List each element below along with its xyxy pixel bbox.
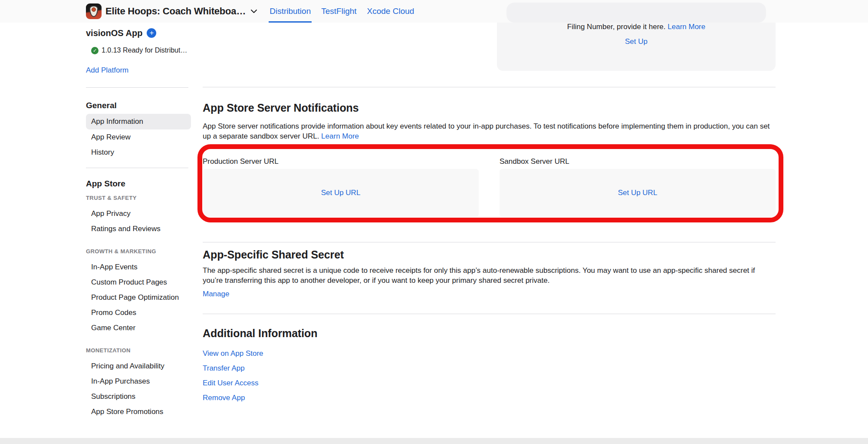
sidebar-item-in-app-purchases[interactable]: In-App Purchases xyxy=(86,374,191,389)
trust-safety-menu: App Privacy Ratings and Reviews xyxy=(86,206,191,236)
sidebar-divider xyxy=(86,87,188,88)
production-server-url-label: Production Server URL xyxy=(203,157,479,166)
primary-tabs: Distribution TestFlight Xcode Cloud xyxy=(269,0,415,23)
filing-set-up-link[interactable]: Set Up xyxy=(625,37,648,46)
app-title: Elite Hoops: Coach Whiteboa… xyxy=(105,6,246,17)
sidebar-item-ratings-and-reviews[interactable]: Ratings and Reviews xyxy=(86,221,191,236)
sidebar-item-app-information[interactable]: App Information xyxy=(86,114,191,129)
ready-status-check-icon: ✓ xyxy=(91,47,99,54)
filing-number-card: Filing Number, provide it here. Learn Mo… xyxy=(497,23,776,71)
tab-xcode-cloud-label: Xcode Cloud xyxy=(367,7,414,16)
server-notifications-description-text: App Store server notifications provide i… xyxy=(203,122,770,140)
additional-information-links: View on App Store Transfer App Edit User… xyxy=(203,349,776,402)
filing-number-label: Filing Number, provide it here. xyxy=(567,23,666,31)
section-divider xyxy=(203,242,776,242)
app-store-section-title: App Store xyxy=(86,179,191,189)
server-notifications-learn-more-link[interactable]: Learn More xyxy=(321,132,359,140)
add-platform-link[interactable]: Add Platform xyxy=(86,66,191,75)
server-notifications-title: App Store Server Notifications xyxy=(203,102,776,114)
edit-user-access-link[interactable]: Edit User Access xyxy=(203,379,776,388)
sidebar: visionOS App + ✓ 1.0.13 Ready for Distri… xyxy=(86,28,191,419)
sandbox-server-url-label: Sandbox Server URL xyxy=(500,157,776,166)
group-label-trust-safety: TRUST & SAFETY xyxy=(86,195,191,202)
add-platform-plus-icon[interactable]: + xyxy=(147,28,156,38)
sandbox-server-card: Sandbox Server URL Set Up URL xyxy=(500,157,776,217)
sandbox-server-url-box: Set Up URL xyxy=(500,169,776,217)
sidebar-item-game-center[interactable]: Game Center xyxy=(86,320,191,335)
group-label-monetization: MONETIZATION xyxy=(86,347,191,354)
shared-secret-title: App-Specific Shared Secret xyxy=(203,249,776,261)
sandbox-set-up-url-link[interactable]: Set Up URL xyxy=(618,189,658,197)
remove-app-link[interactable]: Remove App xyxy=(203,394,776,402)
tab-distribution[interactable]: Distribution xyxy=(269,0,312,23)
sidebar-item-subscriptions[interactable]: Subscriptions xyxy=(86,389,191,404)
production-set-up-url-link[interactable]: Set Up URL xyxy=(321,189,361,197)
platform-section: visionOS App + xyxy=(86,28,191,38)
shared-secret-description: The app-specific shared secret is a uniq… xyxy=(203,266,776,285)
section-divider xyxy=(203,87,776,87)
server-url-cards: Production Server URL Set Up URL Sandbox… xyxy=(203,157,776,217)
transfer-app-link[interactable]: Transfer App xyxy=(203,364,776,373)
view-on-app-store-link[interactable]: View on App Store xyxy=(203,349,776,358)
footer-strip xyxy=(0,438,868,444)
tab-distribution-label: Distribution xyxy=(270,7,311,16)
sidebar-item-history[interactable]: History xyxy=(86,145,191,160)
growth-marketing-menu: In-App Events Custom Product Pages Produ… xyxy=(86,259,191,335)
sidebar-item-in-app-events[interactable]: In-App Events xyxy=(86,259,191,275)
app-switcher[interactable]: Elite Hoops: Coach Whiteboa… xyxy=(86,3,257,19)
sidebar-item-custom-product-pages[interactable]: Custom Product Pages xyxy=(86,275,191,290)
tab-testflight[interactable]: TestFlight xyxy=(320,0,357,23)
manage-shared-secret-link[interactable]: Manage xyxy=(203,290,229,298)
tab-testflight-label: TestFlight xyxy=(321,7,356,16)
chevron-down-icon xyxy=(250,9,257,13)
main-content: App Store Server Notifications App Store… xyxy=(203,87,776,408)
sidebar-item-pricing-and-availability[interactable]: Pricing and Availability xyxy=(86,358,191,374)
general-section-title: General xyxy=(86,101,191,110)
app-icon xyxy=(86,3,102,19)
filing-card-ghost xyxy=(506,3,766,23)
sidebar-item-product-page-optimization[interactable]: Product Page Optimization xyxy=(86,290,191,305)
production-server-url-box: Set Up URL xyxy=(203,169,479,217)
platform-title: visionOS App xyxy=(86,28,142,38)
basketball-icon xyxy=(92,7,96,12)
filing-learn-more-link[interactable]: Learn More xyxy=(667,23,705,31)
active-tab-underline xyxy=(269,21,312,23)
sidebar-item-promo-codes[interactable]: Promo Codes xyxy=(86,305,191,320)
tab-xcode-cloud[interactable]: Xcode Cloud xyxy=(366,0,415,23)
sidebar-divider xyxy=(86,168,188,168)
sidebar-item-app-review[interactable]: App Review xyxy=(86,129,191,145)
sidebar-item-app-privacy[interactable]: App Privacy xyxy=(86,206,191,221)
sidebar-item-app-store-promotions[interactable]: App Store Promotions xyxy=(86,404,191,419)
version-row[interactable]: ✓ 1.0.13 Ready for Distribut… xyxy=(91,46,191,55)
additional-information-title: Additional Information xyxy=(203,327,776,340)
production-server-card: Production Server URL Set Up URL xyxy=(203,157,479,217)
monetization-menu: Pricing and Availability In-App Purchase… xyxy=(86,358,191,419)
group-label-growth-marketing: GROWTH & MARKETING xyxy=(86,248,191,255)
server-notifications-description: App Store server notifications provide i… xyxy=(203,122,776,141)
filing-number-text: Filing Number, provide it here. Learn Mo… xyxy=(567,23,705,31)
section-divider xyxy=(203,314,776,314)
general-menu: App Information App Review History xyxy=(86,114,191,160)
version-status-label: 1.0.13 Ready for Distribut… xyxy=(102,46,187,54)
